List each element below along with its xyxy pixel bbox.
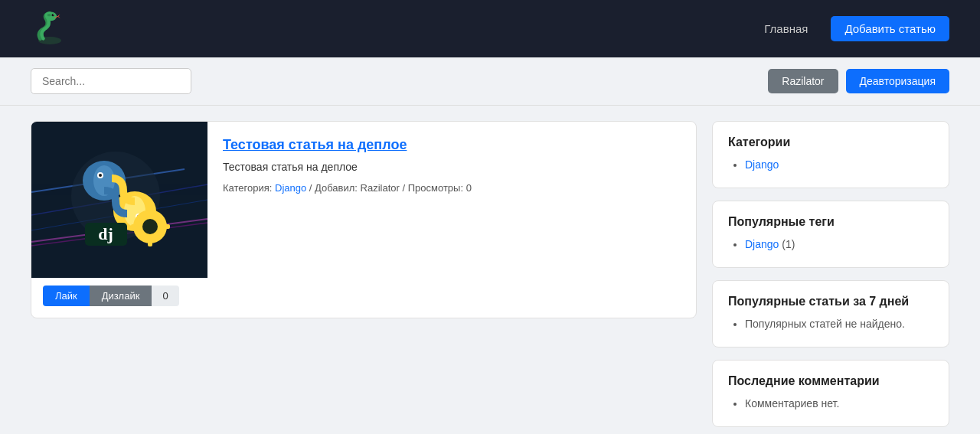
sidebar-categories-list: Django [728,158,933,171]
top-navigation: Главная Добавить статью [0,0,980,57]
svg-point-1 [45,11,57,21]
sidebar-popular-articles-empty: Популярных статей не найдено. [745,318,933,330]
svg-point-2 [47,14,51,16]
vote-count: 0 [152,286,178,306]
article-title-link[interactable]: Тестовая статья на деплое [223,137,681,153]
search-right-controls: Razilator Деавторизация [768,69,949,93]
sidebar-popular-articles-card: Популярные статьи за 7 дней Популярных с… [712,280,949,348]
article-excerpt: Тестовая статья на деплое [223,161,681,173]
like-button[interactable]: Лайк [43,286,90,306]
article-thumbnail: dj [31,122,207,278]
svg-point-4 [53,14,54,15]
sidebar-categories-card: Категории Django [712,121,949,188]
snake-logo-icon [31,10,69,48]
sidebar-tag-django-link[interactable]: Django [745,238,779,250]
svg-text:dj: dj [98,224,113,243]
dislike-button[interactable]: Дизлайк [90,286,152,306]
svg-rect-25 [148,239,152,246]
logo [31,10,69,48]
svg-rect-27 [162,224,170,229]
sidebar-popular-articles-list: Популярных статей не найдено. [728,318,933,330]
article-thumbnail-image: dj [31,122,207,278]
svg-point-23 [142,219,158,234]
article-inner: dj Тестовая статья на деплое Тестова [31,122,696,278]
sidebar-category-django-link[interactable]: Django [745,158,779,171]
article-meta: Категория: Django / Добавил: Razilator /… [223,182,681,194]
article-actions: Лайк Дизлайк 0 [31,278,696,318]
sidebar-recent-comments-title: Последние комментарии [728,374,933,388]
sidebar-popular-tags-title: Популярные теги [728,215,933,229]
sidebar-categories-title: Категории [728,135,933,149]
svg-point-18 [99,174,102,177]
add-article-button[interactable]: Добавить статью [831,16,949,41]
article-body: Тестовая статья на деплое Тестовая стать… [223,122,696,278]
articles-section: dj Тестовая статья на деплое Тестова [31,121,697,427]
article-category-link[interactable]: Django [275,182,306,194]
sidebar-tag-item: Django (1) [745,238,933,250]
svg-rect-26 [131,224,139,229]
sidebar-recent-comments-empty: Комментариев нет. [745,397,933,410]
home-nav-link[interactable]: Главная [764,22,808,35]
sidebar-popular-articles-title: Популярные статьи за 7 дней [728,295,933,308]
logout-button[interactable]: Деавторизация [846,69,949,93]
main-content: dj Тестовая статья на деплое Тестова [0,106,980,434]
sidebar-popular-tags-list: Django (1) [728,238,933,250]
sidebar-recent-comments-list: Комментариев нет. [728,397,933,410]
sidebar-popular-tags-card: Популярные теги Django (1) [712,201,949,268]
nav-links: Главная Добавить статью [764,16,949,41]
svg-rect-24 [148,207,152,215]
article-card: dj Тестовая статья на деплое Тестова [31,121,697,318]
sidebar-recent-comments-card: Последние комментарии Комментариев нет. [712,360,949,427]
search-input[interactable] [31,68,191,94]
sidebar-category-item: Django [745,158,933,171]
username-button[interactable]: Razilator [768,69,838,93]
sidebar: Категории Django Популярные теги Django … [712,121,949,427]
search-bar: Razilator Деавторизация [0,57,980,106]
